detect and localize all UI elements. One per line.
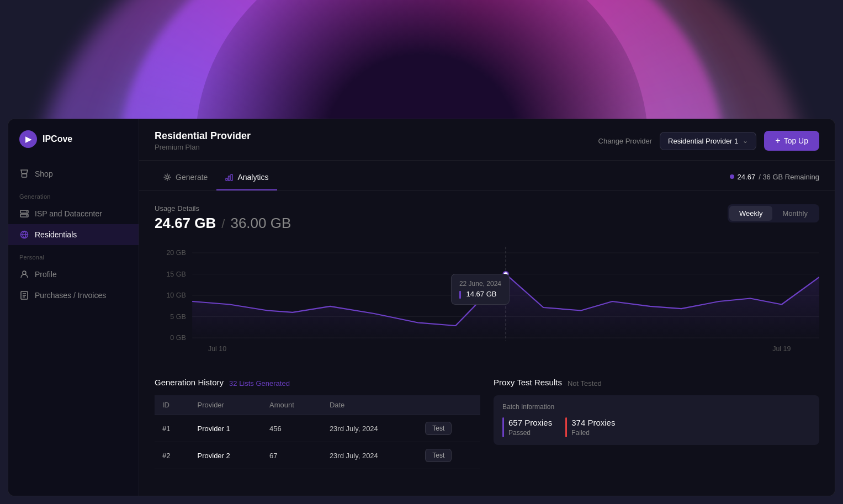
sidebar-item-shop-label: Shop <box>35 169 53 178</box>
svg-text:0 GB: 0 GB <box>170 335 185 342</box>
app-container: ▶ IPCove Shop Generation ISP and Datacen… <box>8 119 835 496</box>
usage-info: Usage Details 24.67 GB / 36.00 GB <box>155 204 291 232</box>
svg-rect-0 <box>22 174 27 177</box>
usage-used: 24.67 GB <box>155 215 216 232</box>
tabs-bar: Generate Analytics 24.67 / 36 GB Remaini… <box>139 161 835 191</box>
sidebar-item-residentials-label: Residentials <box>35 230 77 239</box>
svg-rect-10 <box>229 176 230 181</box>
proxy-failed-stat: 374 Proxies Failed <box>565 417 615 437</box>
app-name: IPCove <box>43 134 72 144</box>
sidebar-item-invoices[interactable]: Purchases / Invoices <box>8 285 139 306</box>
row2-provider: Provider 2 <box>190 442 262 469</box>
usage-total: 36.00 GB <box>230 215 291 232</box>
page-subtitle: Premium Plan <box>155 143 251 151</box>
tab-generate-label: Generate <box>176 173 208 182</box>
proxy-failed-info: 374 Proxies Failed <box>571 418 615 437</box>
tooltip-bar-icon <box>459 291 461 299</box>
history-title: Generation History <box>155 378 224 387</box>
period-monthly-button[interactable]: Monthly <box>772 206 818 221</box>
svg-point-4 <box>26 215 28 216</box>
globe-icon <box>19 230 29 240</box>
proxy-title: Proxy Test Results <box>494 378 562 387</box>
proxy-results-section: Proxy Test Results Not Tested Batch Info… <box>494 378 819 469</box>
proxy-passed-stat: 657 Proxies Passed <box>502 417 552 437</box>
user-icon <box>19 269 29 279</box>
sidebar: ▶ IPCove Shop Generation ISP and Datacen… <box>8 119 139 496</box>
remaining-indicator: 24.67 / 36 GB Remaining <box>730 173 819 187</box>
provider-select-value: Residential Provider 1 <box>668 137 738 145</box>
shop-icon <box>19 169 29 179</box>
period-toggle: Weekly Monthly <box>728 204 819 222</box>
svg-text:5 GB: 5 GB <box>170 313 185 321</box>
chart-tooltip: 22 June, 2024 14.67 GB <box>451 274 510 305</box>
table-row: #2 Provider 2 67 23rd July, 2024 Test <box>155 442 480 469</box>
logo-icon: ▶ <box>19 130 37 148</box>
remaining-used: 24.67 <box>738 173 756 181</box>
row1-amount: 456 <box>262 415 322 442</box>
header-left: Residential Provider Premium Plan <box>155 130 251 151</box>
usage-numbers: 24.67 GB / 36.00 GB <box>155 215 291 232</box>
period-weekly-button[interactable]: Weekly <box>729 206 772 221</box>
page-title: Residential Provider <box>155 130 251 142</box>
sidebar-item-isp[interactable]: ISP and Datacenter <box>8 203 139 224</box>
proxy-passed-label: Passed <box>508 429 552 437</box>
sidebar-item-shop[interactable]: Shop <box>8 163 139 184</box>
table-row: #1 Provider 1 456 23rd July, 2024 Test <box>155 415 480 442</box>
proxy-failed-label: Failed <box>571 429 615 437</box>
chart-container: 20 GB 15 GB 10 GB 5 GB 0 GB <box>155 241 819 362</box>
svg-text:20 GB: 20 GB <box>166 250 185 257</box>
sidebar-item-profile[interactable]: Profile <box>8 264 139 285</box>
row2-test-button[interactable]: Test <box>425 449 452 462</box>
svg-text:Jul 19: Jul 19 <box>772 345 791 353</box>
proxy-failed-count: 374 Proxies <box>571 418 615 427</box>
chart-tooltip-date: 22 June, 2024 <box>459 280 501 288</box>
svg-text:10 GB: 10 GB <box>166 292 185 300</box>
main-content: Residential Provider Premium Plan Change… <box>139 119 835 496</box>
tabs-left: Generate Analytics <box>155 168 277 190</box>
plus-icon: + <box>775 136 780 146</box>
personal-section-label: Personal <box>8 245 139 264</box>
row1-provider: Provider 1 <box>190 415 262 442</box>
row1-id: #1 <box>155 415 190 442</box>
proxy-card: Batch Information 657 Proxies Passed <box>494 395 819 445</box>
logo-area: ▶ IPCove <box>8 130 139 163</box>
svg-text:15 GB: 15 GB <box>166 270 185 278</box>
sidebar-item-isp-label: ISP and Datacenter <box>35 209 102 218</box>
proxy-passed-count: 657 Proxies <box>508 418 552 427</box>
row2-date: 23rd July, 2024 <box>322 442 417 469</box>
col-provider: Provider <box>190 395 262 415</box>
sidebar-item-residentials[interactable]: Residentials <box>8 224 139 245</box>
tab-analytics-label: Analytics <box>237 173 268 182</box>
change-provider-label: Change Provider <box>598 137 653 145</box>
proxy-section-header: Proxy Test Results Not Tested <box>494 378 819 389</box>
generation-history-section: Generation History 32 Lists Generated ID… <box>155 378 480 469</box>
history-section-header: Generation History 32 Lists Generated <box>155 378 480 389</box>
tab-generate[interactable]: Generate <box>155 168 216 190</box>
svg-point-8 <box>166 176 169 179</box>
content-body: Usage Details 24.67 GB / 36.00 GB Weekly… <box>139 191 835 496</box>
svg-text:Jul 10: Jul 10 <box>208 345 226 353</box>
failed-bar-icon <box>565 417 567 437</box>
proxy-status: Not Tested <box>568 379 602 388</box>
receipt-icon <box>19 290 29 300</box>
chart-tooltip-value: 14.67 GB <box>459 290 501 299</box>
remaining-label: / 36 GB Remaining <box>759 173 819 181</box>
svg-point-3 <box>26 211 28 213</box>
generation-section-label: Generation <box>8 184 139 203</box>
provider-select[interactable]: Residential Provider 1 ⌄ <box>660 132 756 150</box>
top-up-button[interactable]: + Top Up <box>764 131 819 151</box>
analytics-icon <box>225 173 233 181</box>
usage-header: Usage Details 24.67 GB / 36.00 GB Weekly… <box>155 204 819 232</box>
passed-bar-icon <box>502 417 504 437</box>
row2-amount: 67 <box>262 442 322 469</box>
gear-icon <box>163 173 171 181</box>
remaining-dot <box>730 174 734 179</box>
col-amount: Amount <box>262 395 322 415</box>
history-count: 32 Lists Generated <box>229 379 290 388</box>
usage-divider: / <box>221 217 225 231</box>
history-table: ID Provider Amount Date #1 Provider 1 <box>155 395 480 469</box>
col-date: Date <box>322 395 417 415</box>
proxy-passed-info: 657 Proxies Passed <box>508 418 552 437</box>
row1-test-button[interactable]: Test <box>425 422 452 435</box>
tab-analytics[interactable]: Analytics <box>216 168 277 190</box>
